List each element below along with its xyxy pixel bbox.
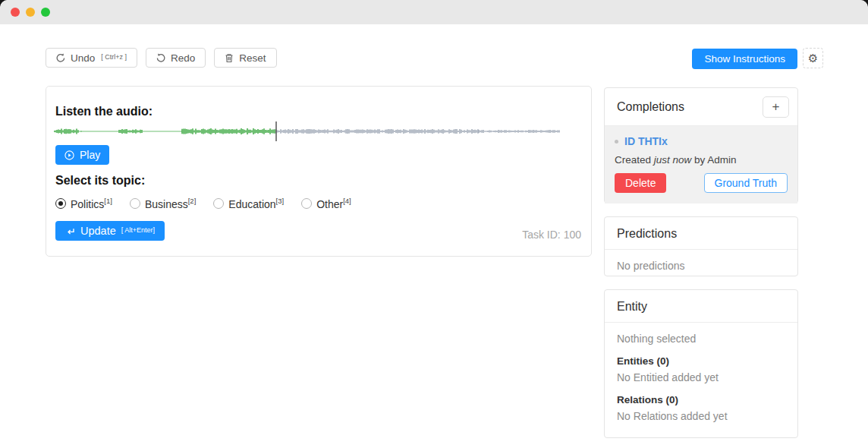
redo-label: Redo <box>171 52 195 64</box>
entities-empty-text: No Entitied added yet <box>617 371 785 383</box>
predictions-title: Predictions <box>617 227 677 241</box>
completions-title: Completions <box>617 100 684 114</box>
radio-other[interactable]: Other[4] <box>301 197 351 210</box>
audio-waveform[interactable] <box>54 121 562 141</box>
radio-icon <box>55 198 66 209</box>
bullet-icon <box>615 140 618 144</box>
audio-prompt: Listen the audio: <box>55 105 153 118</box>
completion-id-link[interactable]: ID THTIx <box>624 135 668 147</box>
choice-label: Education[3] <box>228 197 284 210</box>
entity-header: Entity <box>605 290 797 323</box>
task-id: Task ID: 100 <box>522 229 581 241</box>
completions-header: Completions + <box>605 88 797 126</box>
update-shortcut: [ Alt+Enter] <box>121 226 155 234</box>
ground-truth-button[interactable]: Ground Truth <box>704 173 788 193</box>
no-predictions-text: No predictions <box>617 260 785 272</box>
undo-icon <box>56 53 65 62</box>
completion-id-row[interactable]: ID THTIx <box>615 135 788 147</box>
undo-shortcut: [ Ctrl+z ] <box>101 53 127 61</box>
choice-label: Politics[1] <box>71 197 112 210</box>
undo-label: Undo <box>71 52 95 64</box>
delete-button[interactable]: Delete <box>615 173 666 193</box>
relations-section: Relations (0) No Relations added yet <box>617 394 785 422</box>
enter-icon <box>65 226 75 236</box>
maximize-window-icon[interactable] <box>41 8 50 17</box>
play-icon <box>64 150 74 160</box>
redo-button[interactable]: Redo <box>146 48 206 68</box>
reset-button[interactable]: Reset <box>214 48 276 68</box>
entities-section: Entities (0) No Entitied added yet <box>617 355 785 383</box>
topic-choices: Politics[1] Business[2] Education[3] Oth… <box>55 197 351 210</box>
radio-icon <box>301 198 312 209</box>
choice-label: Business[2] <box>145 197 196 210</box>
play-button[interactable]: Play <box>55 145 109 165</box>
relations-empty-text: No Relations added yet <box>617 410 785 422</box>
completion-actions: Delete Ground Truth <box>615 173 788 193</box>
trash-icon <box>225 53 234 63</box>
completion-created-text: Created just now by Admin <box>615 154 788 166</box>
undo-button[interactable]: Undo[ Ctrl+z ] <box>46 48 137 68</box>
completion-item[interactable]: ID THTIx Created just now by Admin Delet… <box>605 126 797 203</box>
choice-label: Other[4] <box>316 197 351 210</box>
radio-politics[interactable]: Politics[1] <box>55 197 112 210</box>
radio-education[interactable]: Education[3] <box>213 197 284 210</box>
entity-title: Entity <box>617 300 647 314</box>
update-button[interactable]: Update[ Alt+Enter] <box>55 221 165 241</box>
window-titlebar <box>0 0 868 24</box>
relations-count: Relations (0) <box>617 394 785 405</box>
predictions-header: Predictions <box>605 217 797 250</box>
radio-icon <box>213 198 224 209</box>
show-instructions-button[interactable]: Show Instructions <box>692 49 797 69</box>
app-window: Undo[ Ctrl+z ] Redo Reset Show Instructi… <box>0 0 868 448</box>
nothing-selected-text: Nothing selected <box>617 333 785 345</box>
history-toolbar: Undo[ Ctrl+z ] Redo Reset <box>46 48 277 68</box>
entities-count: Entities (0) <box>617 355 785 367</box>
entity-panel: Entity Nothing selected Entities (0) No … <box>604 289 798 438</box>
redo-icon <box>156 53 165 62</box>
add-completion-button[interactable]: + <box>763 96 789 118</box>
predictions-panel: Predictions No predictions <box>604 216 798 276</box>
minimize-window-icon[interactable] <box>26 8 35 17</box>
radio-business[interactable]: Business[2] <box>130 197 196 210</box>
radio-icon <box>130 198 140 209</box>
completions-panel: Completions + ID THTIx Created just now … <box>604 87 798 203</box>
labeling-task-card: Listen the audio: Play Select its topic:… <box>46 86 592 257</box>
update-label: Update <box>80 225 116 237</box>
show-instructions-label: Show Instructions <box>704 53 785 65</box>
play-label: Play <box>80 149 100 161</box>
topic-prompt: Select its topic: <box>55 174 145 188</box>
settings-gear-icon[interactable]: ⚙ <box>803 48 823 68</box>
close-window-icon[interactable] <box>11 8 20 17</box>
reset-label: Reset <box>239 52 266 64</box>
